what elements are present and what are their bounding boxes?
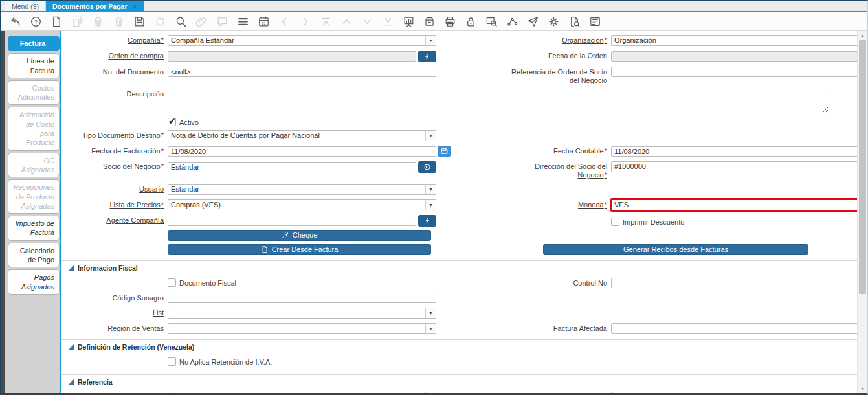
calendar-icon[interactable] <box>258 16 270 28</box>
fecha-facturacion-input[interactable] <box>168 146 436 157</box>
usuario-label[interactable]: Usuario <box>64 184 168 194</box>
orden-compra-zoom-button[interactable] <box>418 51 436 62</box>
print-preview-icon[interactable] <box>568 16 581 28</box>
chevron-down-icon[interactable]: ▼ <box>425 324 436 333</box>
activo-checkbox[interactable] <box>168 118 176 126</box>
tab-menu[interactable]: Menú (9) <box>5 1 46 11</box>
fecha-orden-input <box>611 51 857 62</box>
sidebar-tab-impuesto-de-factura[interactable]: Impuesto de Factura <box>8 216 60 241</box>
lista-precios-select[interactable]: Compras (VES)▼ <box>168 199 436 210</box>
save-icon[interactable] <box>133 16 146 28</box>
socio-negocio-label[interactable]: Socio del Negocio <box>64 161 168 171</box>
direccion-socio-label[interactable]: Dirección del Socio del Negocio <box>507 161 611 179</box>
generar-recibos-button[interactable]: Generar Recibos desde Facturas <box>543 244 808 255</box>
usuario-select[interactable]: Estandar▼ <box>168 184 436 195</box>
region-ventas-label[interactable]: Región de Ventas <box>64 323 168 333</box>
chevron-down-icon[interactable]: ▼ <box>425 185 436 194</box>
agente-compania-label[interactable]: Agente Compañía <box>64 215 168 225</box>
factura-afectada-label[interactable]: Factura Afectada <box>507 323 611 333</box>
fecha-facturacion-calendar-icon[interactable] <box>438 146 451 157</box>
compania-select[interactable]: Compañía Estándar▼ <box>168 35 436 46</box>
scroll-down-icon[interactable]: ▼ <box>858 387 867 391</box>
list-select[interactable]: ▼ <box>168 308 436 319</box>
concepto-islr-select[interactable]: ▼ <box>611 392 857 393</box>
parent-record-icon <box>340 16 353 28</box>
direccion-socio-select[interactable]: #1000000▼ <box>611 161 857 172</box>
sidebar-tab-calendario-de-pago[interactable]: Calendario de Pago <box>8 243 60 268</box>
chevron-down-icon[interactable]: ▼ <box>425 36 436 45</box>
agente-compania-input[interactable] <box>168 216 416 226</box>
previous-record-icon <box>278 16 291 28</box>
organizacion-label[interactable]: Organización <box>507 35 611 45</box>
find-icon[interactable] <box>175 16 187 28</box>
toolbar <box>1 12 867 31</box>
no-documento-label: No. del Documento <box>64 67 168 76</box>
centro-costos-select[interactable]: ▼ <box>168 392 436 393</box>
tipo-documento-label[interactable]: Tipo Documento Destino <box>64 130 168 140</box>
agente-compania-zoom-button[interactable] <box>418 215 436 227</box>
close-tab-icon[interactable]: ✕ <box>132 3 137 10</box>
centro-costos-label[interactable]: Centro de Costos <box>64 392 168 393</box>
section-definicion-retencion[interactable]: Definición de Retención (Venezuela) <box>69 343 857 351</box>
socio-negocio-info-button[interactable] <box>418 161 436 173</box>
referencia-orden-input[interactable] <box>611 67 857 77</box>
sidebar-tab-pagos-asignados[interactable]: Pagos Asignados <box>8 269 60 295</box>
collapse-triangle-icon[interactable] <box>69 379 74 385</box>
activo-label: Activo <box>179 118 199 126</box>
sidebar-tab-linea-de-factura[interactable]: Línea de Factura <box>8 53 60 78</box>
chevron-down-icon[interactable]: ▼ <box>425 131 436 141</box>
fecha-contable-input[interactable] <box>611 146 857 157</box>
app-window: Menú (9) Documentos por Pagar ✕ <box>0 0 868 395</box>
send-request-icon[interactable] <box>527 16 539 28</box>
region-ventas-select[interactable]: ▼ <box>168 323 436 334</box>
cheque-button[interactable]: Cheque <box>168 230 431 241</box>
section-informacion-fiscal[interactable]: Informacion Fiscal <box>69 264 857 272</box>
preferences-icon[interactable] <box>548 16 560 28</box>
factura-afectada-select[interactable]: ▼ <box>611 323 857 334</box>
section-referencia[interactable]: Referencia <box>69 378 857 386</box>
print-icon[interactable] <box>444 16 456 28</box>
chevron-down-icon[interactable]: ▼ <box>425 392 436 393</box>
socio-negocio-input[interactable] <box>168 162 416 172</box>
zoom-across-icon[interactable] <box>485 16 498 28</box>
vertical-scrollbar[interactable]: ▲ ▼ <box>857 31 867 393</box>
help-icon[interactable] <box>30 16 42 28</box>
organizacion-select[interactable]: Organización▼ <box>611 35 857 46</box>
collapse-triangle-icon[interactable] <box>69 265 74 271</box>
lock-icon[interactable] <box>465 16 477 28</box>
chevron-down-icon[interactable]: ▼ <box>425 308 436 318</box>
concepto-islr-label[interactable]: Concepto de Retención de I.S.L.R <box>507 392 611 393</box>
scrollbar-thumb[interactable] <box>859 40 866 294</box>
control-no-input[interactable] <box>611 278 857 288</box>
crear-desde-factura-button[interactable]: Crear Desde Factura <box>168 244 431 255</box>
scroll-up-icon[interactable]: ▲ <box>858 33 867 38</box>
archive-icon[interactable] <box>423 16 436 28</box>
report-icon[interactable] <box>403 16 415 28</box>
orden-compra-label[interactable]: Orden de compra <box>64 51 168 60</box>
undo-icon[interactable] <box>9 16 21 28</box>
collapse-triangle-icon[interactable] <box>69 344 74 350</box>
chevron-down-icon[interactable]: ▼ <box>425 200 436 210</box>
no-aplica-retencion-checkbox[interactable] <box>168 357 176 366</box>
new-record-icon[interactable] <box>50 16 63 28</box>
next-record-icon <box>299 16 311 28</box>
compania-label[interactable]: Compañía <box>64 35 168 45</box>
tab-label: Documentos por Pagar <box>52 3 128 10</box>
grid-toggle-icon[interactable] <box>237 16 249 28</box>
descripcion-textarea[interactable] <box>168 89 829 113</box>
no-documento-input[interactable] <box>168 67 436 77</box>
list-label[interactable]: List <box>64 308 168 317</box>
tab-documentos-por-pagar[interactable]: Documentos por Pagar ✕ <box>46 1 144 11</box>
codigo-sunagro-input[interactable] <box>168 293 436 303</box>
documento-fiscal-checkbox[interactable] <box>168 278 176 287</box>
lista-precios-label[interactable]: Lista de Precios <box>64 199 168 209</box>
tipo-documento-select[interactable]: Nota de Débito de Cuentas por Pagar Naci… <box>168 130 436 141</box>
fecha-contable-label: Fecha Contable <box>507 146 611 155</box>
imprimir-descuento-checkbox[interactable] <box>611 218 619 226</box>
moneda-select[interactable]: VES▼ <box>611 199 857 210</box>
moneda-label[interactable]: Moneda <box>507 199 611 209</box>
sidebar-tab-factura[interactable]: Factura <box>8 36 60 51</box>
quick-form-icon[interactable] <box>589 16 601 28</box>
workflow-icon[interactable] <box>506 16 518 28</box>
documento-fiscal-label: Documento Fiscal <box>179 278 236 287</box>
